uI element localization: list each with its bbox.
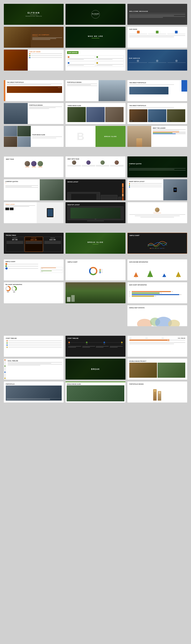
break-letter: B xyxy=(77,131,84,142)
slide-title-18: MEET THE LEADER xyxy=(153,128,186,129)
slide-title-22: COMPANY QUOTES xyxy=(5,181,38,182)
slide-double-image: DOUBLE IMAGE PROJECT xyxy=(127,359,187,380)
slide-title-14: THREE IMAGE SLIDE xyxy=(67,105,123,106)
slide-data-income: DATA INCOME INFOGRAPHIC A B C D xyxy=(127,260,187,280)
slide-vision: OUR VISION xyxy=(127,27,187,48)
slide-title-41: GOAL TIMELINE xyxy=(8,360,62,362)
slide-break-2: BREAK xyxy=(66,359,125,380)
slide-title-39: START TIMELINE xyxy=(67,338,123,339)
section-2: THE GREAT PORTOFOLIO PHOTO PORTOFOLIO DE… xyxy=(4,80,187,147)
slide-title-44: PORTOFOLIO xyxy=(6,384,62,385)
slide-title-19: MEET TEAM xyxy=(6,158,62,160)
slide-elysian-1: ELYSIAN PRESENTATION TEMPLATE ELYSIAN PR… xyxy=(4,4,64,25)
slide-portfolio-design-1: PORTOFOLIO DESIGN xyxy=(66,80,125,101)
slide-title-21: COMPANY QUOTES xyxy=(129,163,186,164)
slide-title-42: BREAK xyxy=(91,368,100,370)
slide-title-43: DOUBLE IMAGE PROJECT xyxy=(129,360,185,362)
slide-title-17: BREAK SLIDE xyxy=(104,136,117,137)
section-4-row2: SIMPLE CHART xyxy=(4,260,187,280)
quote-mark-2: " xyxy=(5,182,38,185)
slide-title-15: THE GREAT PORTOFOLIO xyxy=(129,105,185,106)
about-text xyxy=(32,37,62,40)
section-4-row3: PIE CHART INFOGRAPHIC 67% xyxy=(4,282,187,326)
slide-tablet-layout: TABLET LAYOUT xyxy=(4,202,64,223)
slide-title-9: OUR SERVICE xyxy=(129,58,186,59)
section-5: START TIMELINE xyxy=(4,336,187,402)
slide-about: ABOUT US COMPANY xyxy=(4,27,64,48)
slide-four-image: FOUR IMAGE SLIDE xyxy=(4,126,64,147)
slide-company-quotes-1: COMPANY QUOTES " xyxy=(127,156,187,178)
slide-title-11: PORTOFOLIO DESIGN xyxy=(67,82,97,83)
slide-service-landscape: OUR SERVICE xyxy=(127,50,187,70)
slide-title-32: SIMPLE CHART xyxy=(67,261,123,263)
section-1: ELYSIAN PRESENTATION TEMPLATE ELYSIAN PR… xyxy=(4,4,187,70)
slide-pie-chart: PIE CHART INFOGRAPHIC 67% xyxy=(4,282,64,303)
slide-portfolio-1: THE GREAT PORTOFOLIO PHOTO xyxy=(4,80,64,101)
slide-title-26: DESKTOP LAYOUT xyxy=(67,204,123,206)
slide-landscape-photo xyxy=(66,282,125,303)
slide-goal-timeline-2: GOAL TIMELINE xyxy=(4,359,64,380)
pie-1 xyxy=(5,286,11,291)
section-3: MEET TEAM MEET WITH TEAM xyxy=(4,156,187,223)
slide-title-36: BAR CHART INFOGRAPHIC xyxy=(129,284,185,286)
slide-start-timeline-1: START TIMELINE xyxy=(4,336,64,357)
slide-title-3: WELCOME MESSAGE xyxy=(129,10,185,12)
slide-start-timeline-2: START TIMELINE 2018 2019 2020 2021 xyxy=(66,336,125,357)
slide-title-31: SIMPLE CHART xyxy=(5,261,38,262)
slide-meet-team-2: MEET WITH TEAM xyxy=(66,156,125,178)
slide-portfolio-design-final: PORTOFOLIO DESIGN xyxy=(127,382,187,402)
slide-portfolio-3: THE GREAT PORTOFOLIO IMAGE 1 IMAGE 2 IMA… xyxy=(127,103,187,124)
slide-title-37: WORLD MAP STATISTIC xyxy=(129,307,185,308)
slide-single-image: SINGLE IMAGE SLIDE xyxy=(66,382,125,402)
slide-company-quotes-2: COMPANY QUOTES " xyxy=(4,179,64,200)
slide-who-we-are: WHO WE ARE xyxy=(66,27,125,48)
slide-pricing: PRICING TABLE BUSINESS $97 / MO STANDARD… xyxy=(4,233,64,254)
slide-title-29: BREAK SLIDE xyxy=(87,241,103,243)
slide-simple-chart-1: SIMPLE CHART DATA A DATA B DATA C xyxy=(127,233,187,254)
slide-device-layout: DEVICE LAYOUT xyxy=(66,179,125,200)
slide-portfolio-2: THE GREAT PORTOFOLIO xyxy=(127,80,187,101)
slide-portfolio-final: PORTOFOLIO xyxy=(4,382,64,402)
slide-title-24: SMART WATCH LAYOUT xyxy=(129,181,162,182)
slide-portfolio-design-2: PORTFOLIO DESIGN xyxy=(4,103,64,124)
slide-goal-timeline-1: 2018 2019 2020 GOAL TIMELINE xyxy=(127,336,187,357)
slide-title-38: START TIMELINE xyxy=(6,338,62,339)
slide-title-28: PRICING TABLE xyxy=(6,235,62,236)
section-gap-1 xyxy=(4,76,187,80)
svg-point-7 xyxy=(137,319,152,326)
donut-chart xyxy=(88,266,98,276)
slide-title-30: SIMPLE CHART xyxy=(129,235,185,236)
slide-title-13: PORTFOLIO DESIGN xyxy=(29,104,62,106)
slide-break-green: BREAK SLIDE xyxy=(66,233,125,254)
slide-welcome: WELCOME MESSAGE xyxy=(127,4,187,25)
slide-title-16: FOUR IMAGE SLIDE xyxy=(32,134,62,136)
slide-service-white: OUR SERVICE xyxy=(66,50,125,70)
slide-title-46: PORTOFOLIO DESIGN xyxy=(129,384,185,385)
slide-meet-team-1: MEET TEAM xyxy=(4,156,64,178)
slide-title-10: THE GREAT PORTOFOLIO xyxy=(7,82,62,83)
slide-elysian-2: ELYSIAN TEMPLATE xyxy=(66,4,125,25)
slide-title-45: SINGLE IMAGE SLIDE xyxy=(67,384,124,385)
slide-simple-chart-3: SIMPLE CHART 50% 25% 25% xyxy=(66,260,125,280)
slide-three-image: THREE IMAGE SLIDE xyxy=(66,103,125,124)
slide-bar-chart: BAR CHART INFOGRAPHIC A 70% B 50% C 85% xyxy=(127,282,187,303)
slide-meet-leader: MEET THE LEADER xyxy=(127,126,187,147)
slide-title-6: OUR VISION xyxy=(129,28,185,30)
slide-title-2: ELYSIAN xyxy=(92,13,99,14)
slide-title-40: GOAL TIMELINE xyxy=(178,338,185,339)
slide-simple-chart-2: SIMPLE CHART xyxy=(4,260,64,280)
pie-2 xyxy=(12,286,17,291)
quote-mark: " xyxy=(129,165,186,168)
chart-svg xyxy=(129,240,185,248)
slide-text-lines xyxy=(129,14,185,18)
slide-world-map: WORLD MAP STATISTIC USA EUR ASIA xyxy=(127,305,187,326)
section-gap-2 xyxy=(4,152,187,156)
slide-title-33: DATA INCOME INFOGRAPHIC xyxy=(129,261,185,263)
section-gap-4 xyxy=(4,332,187,336)
section-gap-3 xyxy=(4,229,187,233)
slide-desktop-layout: DESKTOP LAYOUT xyxy=(66,202,125,223)
slide-title-20: MEET WITH TEAM xyxy=(67,158,123,160)
section-4-row1: PRICING TABLE BUSINESS $97 / MO STANDARD… xyxy=(4,233,187,254)
slide-title-23: DEVICE LAYOUT xyxy=(67,181,123,182)
slide-title-7: OUR LIST VISION xyxy=(29,51,62,52)
